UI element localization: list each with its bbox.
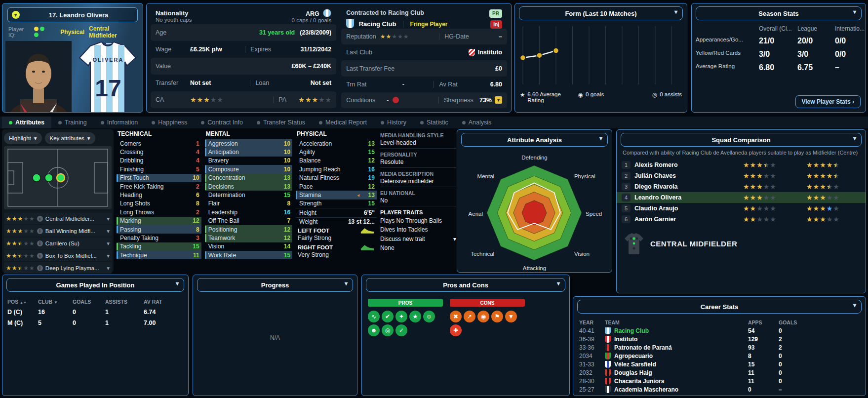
attribute-row[interactable]: Jumping Reach16 — [296, 165, 377, 173]
view-player-stats-button[interactable]: View Player Stats › — [795, 95, 861, 108]
games-row[interactable]: M (C)5017.00 — [2, 318, 188, 328]
season-stats-column-header[interactable]: League — [797, 25, 835, 32]
career-row[interactable]: 36-39Instituto1292 — [573, 335, 866, 343]
target-icon[interactable]: ◎ — [382, 324, 394, 336]
career-column-header[interactable]: GOALS — [779, 319, 808, 325]
squad-comparison-title-dropdown[interactable]: Squad Comparison ▾ — [621, 133, 862, 147]
attribute-row[interactable]: Free Kick Taking2 — [117, 182, 201, 191]
attribute-row[interactable]: Aggression10 — [205, 139, 292, 148]
dna-icon[interactable]: ∿ — [368, 311, 380, 322]
attribute-row[interactable]: Pace12 — [296, 182, 377, 191]
career-column-header[interactable]: YEAR — [579, 319, 605, 325]
career-row[interactable]: 25-27Academia Mascherano0– — [573, 385, 866, 394]
drop-icon[interactable]: ▼ — [505, 311, 517, 322]
season-stats-column-header[interactable]: Internatio... — [835, 25, 867, 32]
inj-badge[interactable]: Inj — [490, 20, 502, 29]
attribute-row[interactable]: Dribbling4 — [117, 157, 201, 165]
flag-icon[interactable]: ⚑ — [491, 311, 503, 322]
role-row[interactable]: ★★★★★★iCarrilero (Su)▾ — [4, 238, 112, 249]
role-row[interactable]: ★★★★★★iBox To Box Midfiel...▾ — [4, 250, 112, 261]
role-row[interactable]: ★★★★★★iDeep Lying Playma...▾ — [4, 262, 112, 274]
career-row[interactable]: 31-33Vélez Sarsfield150 — [573, 360, 866, 368]
tab-medical-report[interactable]: Medical Report — [312, 117, 374, 128]
highlight-dropdown[interactable]: Highlight▾ — [4, 132, 42, 144]
form-title-dropdown[interactable]: Form (Last 10 Matches) ▾ — [519, 6, 683, 20]
career-column-header[interactable]: APPS — [748, 319, 779, 325]
attribute-row[interactable]: Natural Fitness19 — [296, 174, 377, 182]
trend-arrow-icon[interactable]: ↗ — [464, 311, 475, 322]
tab-contract-info[interactable]: Contract Info — [194, 117, 250, 128]
career-row[interactable]: 40-41Racing Club540 — [573, 326, 866, 335]
games-column-header[interactable]: GOALS — [73, 299, 105, 305]
career-row[interactable]: 33-36Patronato de Paraná932 — [573, 343, 866, 352]
season-stats-title-dropdown[interactable]: Season Stats ▾ — [696, 6, 862, 20]
attribute-row[interactable]: Concentration13 — [205, 174, 292, 182]
career-stats-title-dropdown[interactable]: Career Stats ▾ — [577, 300, 862, 314]
progress-title-dropdown[interactable]: Progress ▾ — [197, 278, 353, 292]
role-row[interactable]: ★★★★★iCentral Midfielder...▾ — [4, 213, 112, 224]
attribute-row[interactable]: Stamina▲13 — [296, 191, 377, 199]
games-column-header[interactable]: AV RAT — [144, 299, 178, 305]
last-club-value[interactable]: Instituto — [478, 49, 502, 56]
games-row[interactable]: D (C)16016.74 — [2, 307, 188, 318]
tab-attributes[interactable]: Attributes — [2, 117, 51, 128]
sort-icon[interactable]: ▼ — [54, 300, 58, 305]
attribute-row[interactable]: Flair8 — [205, 199, 292, 208]
attribute-row[interactable]: Tackling15 — [117, 242, 201, 251]
attribute-row[interactable]: Crossing4 — [117, 148, 201, 156]
attribute-row[interactable]: Strength15 — [296, 199, 377, 208]
star-icon[interactable]: ★ — [409, 311, 421, 322]
boot-icon[interactable]: ✔ — [382, 311, 394, 322]
tab-history[interactable]: History — [374, 117, 413, 128]
squad-comparison-row[interactable]: 5Claudio Araujo★★★★★★★★★★ — [617, 203, 866, 214]
info-icon[interactable]: i — [37, 228, 43, 234]
attribute-row[interactable]: Acceleration13 — [296, 139, 377, 148]
attribute-row[interactable]: Vision14 — [205, 242, 292, 251]
attribute-row[interactable]: Decisions13 — [205, 182, 292, 191]
attribute-row[interactable]: Corners1 — [117, 139, 201, 148]
attribute-analysis-title-dropdown[interactable]: Attribute Analysis ▾ — [461, 133, 608, 147]
attribute-row[interactable]: Agility15 — [296, 148, 377, 156]
career-column-header[interactable]: TEAM — [605, 319, 748, 325]
attribute-row[interactable]: Leadership16 — [205, 208, 292, 216]
info-icon[interactable]: i — [37, 216, 43, 222]
games-column-header[interactable]: CLUB ▼ — [38, 299, 73, 305]
key-attributes-dropdown[interactable]: Key attributes▾ — [45, 132, 95, 144]
attribute-row[interactable]: Penalty Taking3 — [117, 234, 201, 242]
role-row[interactable]: ★★★★★iBall Winning Midfi...▾ — [4, 225, 112, 237]
tab-information[interactable]: Information — [94, 117, 145, 128]
ball-alert-icon[interactable]: ◉ — [477, 311, 489, 322]
games-column-header[interactable]: ASSISTS — [105, 299, 144, 305]
attribute-row[interactable]: Anticipation10 — [205, 148, 292, 156]
squad-comparison-row[interactable]: 2Julián Chaves★★★★★★★★★★★ — [617, 170, 866, 181]
attribute-row[interactable]: Long Throws2 — [117, 208, 201, 216]
attribute-row[interactable]: Balance12 — [296, 157, 377, 165]
attribute-row[interactable]: Determination15 — [205, 191, 292, 199]
attribute-row[interactable]: Passing8 — [117, 225, 201, 234]
person-icon[interactable]: ☻ — [368, 324, 380, 336]
club-name[interactable]: Racing Club — [359, 20, 396, 28]
attribute-row[interactable]: Finishing5 — [117, 165, 201, 173]
season-stats-column-header[interactable]: Overall (Cl... — [759, 25, 797, 32]
career-row[interactable]: 28-30Chacarita Juniors110 — [573, 377, 866, 385]
squad-comparison-row[interactable]: 3Diego Rivarola★★★★★★★★★★★ — [617, 181, 866, 192]
sort-icon[interactable]: ▲▼ — [20, 301, 27, 304]
pr-badge[interactable]: PR — [489, 9, 502, 18]
attribute-row[interactable]: Heading6 — [117, 191, 201, 199]
tab-happiness[interactable]: Happiness — [145, 117, 194, 128]
games-played-title-dropdown[interactable]: Games Played In Position ▾ — [6, 278, 184, 292]
discuss-new-trait-dropdown[interactable]: Discuss new trait ▾ — [380, 236, 456, 242]
sharpness-warning-icon[interactable]: ▾ — [495, 96, 502, 104]
attribute-row[interactable]: Bravery10 — [205, 157, 292, 165]
squad-comparison-row[interactable]: 4Leandro Olivera★★★★★★★★★★ — [617, 192, 866, 203]
flask-icon[interactable]: ✦ — [395, 311, 407, 322]
attribute-row[interactable]: First Touch10 — [117, 174, 201, 182]
career-row[interactable]: 2032Douglas Haig110 — [573, 368, 866, 377]
tab-analysis[interactable]: Analysis — [455, 117, 499, 128]
squad-comparison-row[interactable]: 6Aarón Garnier★★★★★★★★★★ — [617, 214, 866, 225]
player-name-pill[interactable]: ➤ 17. Leandro Olivera — [7, 7, 138, 22]
info-icon[interactable]: i — [37, 265, 43, 271]
info-icon[interactable]: i — [37, 253, 43, 259]
career-row[interactable]: 2034Agropecuario80 — [573, 352, 866, 360]
attribute-row[interactable]: Marking12 — [117, 217, 201, 225]
